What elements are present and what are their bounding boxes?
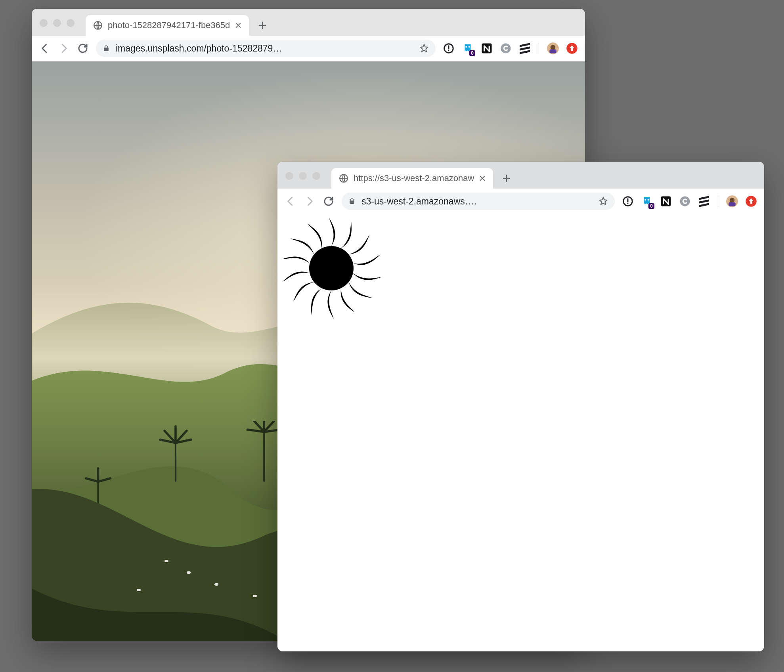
- url-text: s3-us-west-2.amazonaws….: [361, 196, 593, 207]
- svg-point-41: [680, 197, 690, 206]
- buffer-icon[interactable]: [519, 42, 531, 54]
- back-icon[interactable]: [39, 42, 51, 54]
- window-maximize-button[interactable]: [67, 19, 75, 27]
- reload-icon[interactable]: [323, 195, 335, 207]
- svg-point-7: [501, 44, 511, 53]
- svg-point-46: [309, 246, 354, 290]
- buffer-icon[interactable]: [698, 195, 710, 207]
- star-icon[interactable]: [598, 196, 608, 206]
- svg-point-4: [465, 46, 467, 48]
- window-controls[interactable]: [40, 19, 75, 27]
- upload-icon[interactable]: [745, 195, 757, 207]
- upload-icon[interactable]: [566, 42, 578, 54]
- info-circle-icon[interactable]: [443, 42, 455, 54]
- lock-icon: [348, 197, 356, 205]
- avatar-icon[interactable]: [547, 42, 559, 54]
- forward-icon[interactable]: [304, 195, 316, 207]
- tabstrip: photo-1528287942171-fbe365d: [32, 9, 585, 36]
- svg-rect-10: [549, 50, 556, 53]
- back-icon[interactable]: [285, 195, 296, 207]
- notion-n-icon[interactable]: [481, 42, 493, 54]
- svg-rect-35: [350, 200, 354, 204]
- tabstrip: https://s3-us-west-2.amazonaw: [277, 162, 764, 189]
- close-icon[interactable]: [479, 175, 486, 182]
- lock-icon: [102, 44, 110, 52]
- svg-point-43: [730, 198, 735, 203]
- svg-point-9: [551, 45, 556, 50]
- extension-badge: 0: [648, 203, 654, 209]
- forward-icon[interactable]: [58, 42, 70, 54]
- info-circle-icon[interactable]: [622, 195, 634, 207]
- window-controls[interactable]: [285, 172, 320, 180]
- separator: [718, 196, 718, 207]
- extensions: 0: [443, 42, 578, 54]
- avatar-icon[interactable]: [726, 195, 738, 207]
- svg-point-37: [627, 203, 629, 204]
- svg-point-38: [644, 199, 646, 200]
- extension-badge: 0: [469, 50, 475, 56]
- window-minimize-button[interactable]: [53, 19, 61, 27]
- url-text: images.unsplash.com/photo-15282879…: [116, 43, 413, 54]
- toolbar: images.unsplash.com/photo-15282879… 0: [32, 36, 585, 61]
- svg-rect-1: [104, 48, 109, 51]
- svg-point-39: [648, 199, 649, 200]
- globe-icon: [93, 20, 103, 31]
- notion-n-icon[interactable]: [660, 195, 672, 207]
- window-minimize-button[interactable]: [299, 172, 307, 180]
- browser-window-front: https://s3-us-west-2.amazonaw s3-us-west…: [277, 162, 764, 651]
- svg-point-5: [468, 46, 470, 48]
- globe-icon: [338, 173, 349, 183]
- window-maximize-button[interactable]: [312, 172, 320, 180]
- new-tab-button[interactable]: [502, 174, 511, 183]
- ghost-icon[interactable]: 0: [641, 195, 653, 207]
- browser-tab[interactable]: photo-1528287942171-fbe365d: [86, 15, 249, 36]
- star-icon[interactable]: [419, 43, 429, 53]
- tab-title: photo-1528287942171-fbe365d: [108, 20, 230, 31]
- toolbar: s3-us-west-2.amazonaws…. 0: [277, 189, 764, 214]
- extensions: 0: [622, 195, 757, 207]
- tab-title: https://s3-us-west-2.amazonaw: [354, 173, 474, 183]
- reload-icon[interactable]: [77, 42, 89, 54]
- close-icon[interactable]: [235, 22, 242, 29]
- window-close-button[interactable]: [285, 172, 293, 180]
- window-close-button[interactable]: [40, 19, 48, 27]
- sun-icon: [280, 217, 383, 320]
- svg-point-3: [448, 50, 449, 51]
- page-content-svg: [277, 214, 764, 651]
- new-tab-button[interactable]: [258, 21, 267, 30]
- circle-c-icon[interactable]: [679, 195, 691, 207]
- browser-tab[interactable]: https://s3-us-west-2.amazonaw: [331, 168, 493, 189]
- address-bar[interactable]: s3-us-west-2.amazonaws….: [342, 193, 615, 210]
- svg-rect-44: [729, 202, 736, 206]
- circle-c-icon[interactable]: [500, 42, 512, 54]
- separator: [539, 43, 539, 54]
- ghost-icon[interactable]: 0: [462, 42, 474, 54]
- address-bar[interactable]: images.unsplash.com/photo-15282879…: [96, 40, 436, 57]
